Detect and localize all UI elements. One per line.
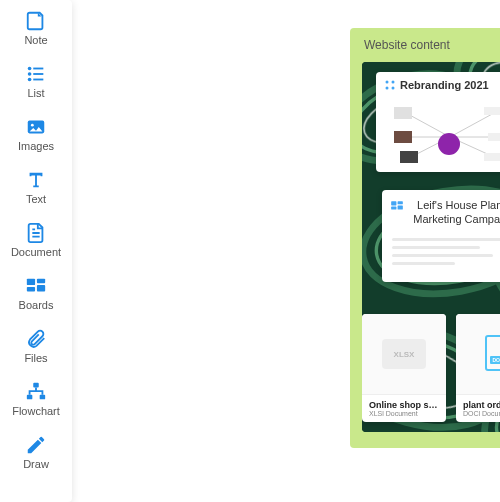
card-rebranding[interactable]: Rebranding 2021 bbox=[376, 72, 500, 172]
svg-point-0 bbox=[28, 67, 32, 71]
tool-label: Draw bbox=[23, 459, 49, 470]
xlsx-icon: XLSX bbox=[382, 339, 426, 369]
svg-rect-44 bbox=[394, 131, 412, 143]
svg-point-35 bbox=[386, 87, 389, 90]
tool-note[interactable]: Note bbox=[0, 0, 72, 53]
svg-rect-8 bbox=[27, 279, 35, 285]
svg-rect-14 bbox=[40, 395, 45, 400]
svg-point-7 bbox=[31, 124, 34, 127]
doc-icon: DOC bbox=[476, 332, 500, 376]
tool-label: Document bbox=[11, 247, 61, 258]
svg-rect-45 bbox=[400, 151, 418, 163]
svg-rect-49 bbox=[391, 201, 396, 205]
tool-label: Files bbox=[24, 353, 47, 364]
card-title: Leif's House Plants Marketing Campaing bbox=[408, 198, 500, 227]
board-icon bbox=[390, 199, 404, 213]
tool-text[interactable]: Text bbox=[0, 159, 72, 212]
document-icon bbox=[24, 221, 48, 245]
tool-boards[interactable]: Boards bbox=[0, 265, 72, 318]
svg-point-4 bbox=[28, 78, 32, 82]
svg-rect-12 bbox=[33, 383, 39, 388]
tool-label: Flowchart bbox=[12, 406, 60, 417]
file-name: plant order for.. bbox=[463, 400, 500, 410]
svg-rect-10 bbox=[27, 287, 35, 292]
canvas-area[interactable]: Website content bbox=[72, 0, 500, 502]
mindmap-icon bbox=[384, 79, 396, 91]
mindmap-center-node bbox=[438, 133, 460, 155]
svg-point-34 bbox=[392, 81, 395, 84]
svg-rect-3 bbox=[33, 73, 43, 75]
svg-rect-51 bbox=[391, 207, 396, 210]
svg-point-33 bbox=[386, 81, 389, 84]
svg-rect-48 bbox=[484, 153, 500, 161]
mindmap-preview bbox=[376, 95, 500, 169]
file-type: DOCl Document bbox=[463, 410, 500, 417]
svg-rect-43 bbox=[394, 107, 412, 119]
tool-draw[interactable]: Draw bbox=[0, 424, 72, 477]
file-card-xlsx[interactable]: XLSX Online shop sal.. XLSl Document bbox=[362, 314, 446, 422]
svg-line-40 bbox=[450, 113, 494, 137]
svg-point-36 bbox=[392, 87, 395, 90]
file-preview: XLSX bbox=[362, 314, 446, 395]
tool-list[interactable]: List bbox=[0, 53, 72, 106]
list-icon bbox=[24, 62, 48, 86]
pencil-icon bbox=[24, 433, 48, 457]
tool-label: Text bbox=[26, 194, 46, 205]
svg-rect-46 bbox=[484, 107, 500, 115]
svg-rect-9 bbox=[37, 279, 45, 284]
svg-text:DOC: DOC bbox=[492, 357, 500, 363]
tool-document[interactable]: Document bbox=[0, 212, 72, 265]
svg-rect-5 bbox=[33, 79, 43, 81]
card-marketing[interactable]: Leif's House Plants Marketing Campaing bbox=[382, 190, 500, 282]
tool-files[interactable]: Files bbox=[0, 318, 72, 371]
tool-images[interactable]: Images bbox=[0, 106, 72, 159]
tool-label: Images bbox=[18, 141, 54, 152]
group-title: Website content bbox=[350, 28, 500, 60]
svg-rect-50 bbox=[398, 201, 403, 204]
tool-label: List bbox=[27, 88, 44, 99]
text-icon bbox=[24, 168, 48, 192]
svg-point-2 bbox=[28, 72, 32, 76]
paperclip-icon bbox=[24, 327, 48, 351]
svg-rect-52 bbox=[398, 205, 403, 209]
tool-label: Note bbox=[24, 35, 47, 46]
svg-rect-11 bbox=[37, 285, 45, 291]
note-icon bbox=[24, 9, 48, 33]
svg-rect-1 bbox=[33, 68, 43, 70]
tool-label: Boards bbox=[19, 300, 54, 311]
card-title: Rebranding 2021 bbox=[400, 79, 489, 91]
file-preview: DOC bbox=[456, 314, 500, 395]
tool-flowchart[interactable]: Flowchart bbox=[0, 371, 72, 424]
card-content-preview bbox=[382, 229, 500, 274]
boards-icon bbox=[24, 274, 48, 298]
tool-sidebar: Note List Images Text Document Boards Fi… bbox=[0, 0, 72, 502]
file-type: XLSl Document bbox=[369, 410, 439, 417]
images-icon bbox=[24, 115, 48, 139]
svg-rect-13 bbox=[27, 395, 32, 400]
file-name: Online shop sal.. bbox=[369, 400, 439, 410]
board-group[interactable]: Website content bbox=[350, 28, 500, 448]
flowchart-icon bbox=[24, 380, 48, 404]
board-background: Rebranding 2021 bbox=[362, 62, 500, 432]
file-card-docx[interactable]: DOC plant order for.. DOCl Document bbox=[456, 314, 500, 422]
svg-rect-47 bbox=[488, 133, 500, 141]
